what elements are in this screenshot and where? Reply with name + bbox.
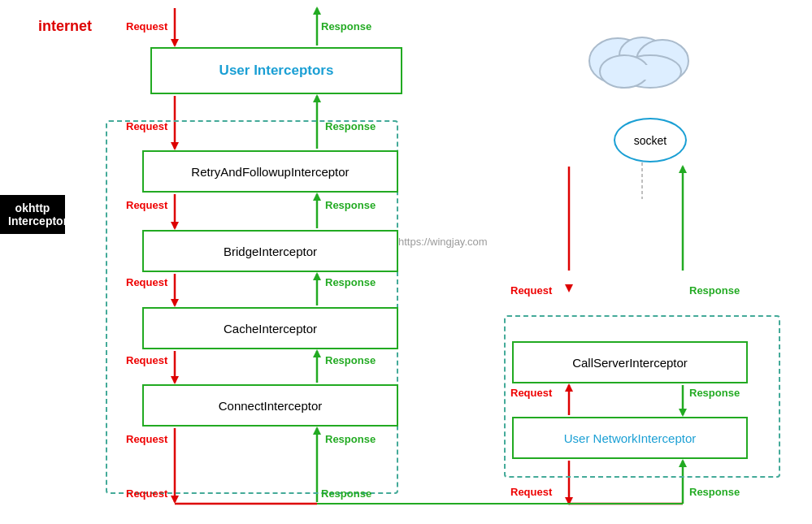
bridge-interceptor-box: BridgeInterceptor <box>142 230 398 272</box>
arrow-label-req-3: Request <box>126 276 167 288</box>
cloud-shape <box>589 37 688 88</box>
user-network-interceptor-box: User NetworkInterceptor <box>512 417 748 459</box>
svg-marker-32 <box>565 284 573 292</box>
svg-marker-27 <box>171 496 179 504</box>
svg-point-2 <box>636 40 688 82</box>
watermark: https://wingjay.com <box>398 236 488 248</box>
user-interceptors-box: User Interceptors <box>150 47 402 94</box>
svg-marker-13 <box>313 94 321 102</box>
internet-label: internet <box>0 18 130 35</box>
arrow-label-res-2: Response <box>325 199 376 211</box>
arrow-label-res-1: Response <box>325 120 376 132</box>
arrow-label-res-5: Response <box>325 433 376 445</box>
arrow-label-request-top-left: Request <box>126 20 167 32</box>
arrow-label-res-3: Response <box>325 276 376 288</box>
svg-rect-5 <box>606 65 675 80</box>
retry-interceptor-box: RetryAndFollowupInterceptor <box>142 150 398 193</box>
arrow-label-response-top-left: Response <box>321 20 371 32</box>
svg-marker-34 <box>679 165 687 173</box>
arrow-label-res-4: Response <box>325 354 376 366</box>
diagram-container: internet socket okhttp Interceptors User… <box>0 0 812 524</box>
arrow-label-req-5: Request <box>126 433 167 445</box>
socket-oval: socket <box>614 118 687 162</box>
arrow-label-res-right-mid: Response <box>689 387 740 399</box>
svg-marker-9 <box>313 6 321 15</box>
arrow-label-res-bot-left: Response <box>321 487 371 500</box>
svg-marker-7 <box>171 39 179 47</box>
svg-point-4 <box>600 55 649 88</box>
callserver-interceptor-box: CallServerInterceptor <box>512 341 748 383</box>
svg-point-0 <box>589 38 646 84</box>
svg-point-3 <box>619 55 681 88</box>
arrow-label-req-4: Request <box>126 354 167 366</box>
arrow-label-res-right-bot: Response <box>689 486 740 498</box>
arrow-label-req-1: Request <box>126 120 167 132</box>
svg-marker-40 <box>565 497 573 505</box>
arrow-label-req-right-mid: Request <box>510 387 552 399</box>
arrow-label-req-bot-left: Request <box>126 487 167 500</box>
cache-interceptor-box: CacheInterceptor <box>142 307 398 349</box>
arrow-label-res-right-top: Response <box>689 284 740 297</box>
okhttp-interceptors-label: okhttp Interceptors <box>0 195 65 234</box>
arrow-label-req-right-top: Request <box>510 284 552 297</box>
arrow-label-req-right-bot: Request <box>510 486 552 498</box>
svg-point-1 <box>619 37 665 73</box>
connect-interceptor-box: ConnectInterceptor <box>142 384 398 427</box>
arrow-label-req-2: Request <box>126 199 167 211</box>
